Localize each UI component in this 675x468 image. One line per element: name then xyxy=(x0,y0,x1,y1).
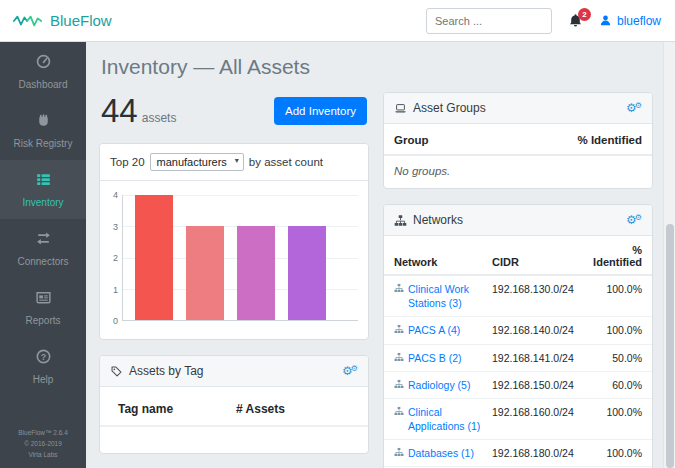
y-axis-tick: 3 xyxy=(113,222,118,232)
brand[interactable]: BlueFlow xyxy=(0,12,112,29)
chart-bar xyxy=(237,226,275,320)
networks-table-body: Clinical Work Stations (3) 192.168.130.0… xyxy=(384,276,652,468)
main-content: Inventory — All Assets 44assets Add Inve… xyxy=(86,42,663,468)
networks-card: Networks ⚙⚙ Network CIDR % Identified Cl… xyxy=(383,204,653,468)
scrollbar-thumb[interactable] xyxy=(666,224,674,468)
network-identified: 50.0% xyxy=(586,351,642,365)
network-link[interactable]: Clinical Applications (1) xyxy=(408,405,488,433)
chart-bar xyxy=(288,226,326,320)
chart-plot-area xyxy=(122,195,358,321)
notifications-bell-icon[interactable]: 2 xyxy=(568,13,583,28)
network-link[interactable]: PACS B (2) xyxy=(408,351,461,365)
search-input[interactable] xyxy=(426,8,552,34)
svg-text:?: ? xyxy=(40,352,46,362)
help-question-icon: ? xyxy=(35,348,52,368)
sitemap-icon xyxy=(394,214,407,227)
settings-gears-icon[interactable]: ⚙⚙ xyxy=(626,214,642,226)
networks-header: Networks ⚙⚙ xyxy=(384,205,652,236)
table-row: Databases (1) 192.168.180.0/24 100.0% xyxy=(384,440,652,467)
groups-table-header: Group % Identified xyxy=(384,124,652,156)
sidebar-item-reports[interactable]: Reports xyxy=(0,278,86,337)
column-header-identified: % Identified xyxy=(586,244,642,268)
settings-gears-icon[interactable]: ⚙⚙ xyxy=(342,365,358,377)
network-cidr: 192.168.150.0/24 xyxy=(492,378,586,392)
asset-count-label: assets xyxy=(142,111,177,125)
sidebar-item-label: Reports xyxy=(25,315,60,327)
network-cidr: 192.168.180.0/24 xyxy=(492,446,586,460)
asset-groups-card: Asset Groups ⚙⚙ Group % Identified No gr… xyxy=(383,92,653,189)
tags-empty-body xyxy=(100,427,368,453)
network-link[interactable]: Databases (1) xyxy=(408,446,474,460)
network-node-icon xyxy=(394,447,404,457)
chart-metric-select[interactable]: manufacturers ▾ xyxy=(150,153,244,171)
chart-metric-value: manufacturers xyxy=(157,156,227,168)
network-node-icon xyxy=(394,352,404,362)
network-link[interactable]: Radiology (5) xyxy=(408,378,470,392)
table-row: Clinical Applications (1) 192.168.160.0/… xyxy=(384,399,652,440)
y-axis-tick: 2 xyxy=(113,253,118,263)
bar-chart: 4 3 2 1 0 xyxy=(100,181,368,339)
sidebar: Dashboard Risk Registry Inventory xyxy=(0,42,86,468)
settings-gears-icon[interactable]: ⚙⚙ xyxy=(626,102,642,114)
sidebar-item-label: Inventory xyxy=(22,197,63,209)
table-row: Clinical Work Stations (3) 192.168.130.0… xyxy=(384,276,652,317)
asset-count-number: 44 xyxy=(101,92,138,129)
table-row: PACS B (2) 192.168.141.0/24 50.0% xyxy=(384,345,652,372)
network-node-icon xyxy=(394,379,404,389)
sidebar-item-connectors[interactable]: Connectors xyxy=(0,219,86,278)
network-cidr: 192.168.130.0/24 xyxy=(492,282,586,296)
sidebar-footer: BlueFlow™ 2.6.4 © 2016-2019 Virta Labs xyxy=(0,427,86,460)
column-header-group: Group xyxy=(394,134,429,146)
network-cidr: 192.168.140.0/24 xyxy=(492,323,586,337)
card-title: Networks xyxy=(413,213,463,227)
network-identified: 100.0% xyxy=(586,323,642,337)
laptop-icon xyxy=(394,102,407,115)
sidebar-item-help[interactable]: ? Help xyxy=(0,337,86,396)
user-menu[interactable]: blueflow xyxy=(599,14,661,28)
username-label: blueflow xyxy=(617,14,661,28)
sidebar-item-inventory[interactable]: Inventory xyxy=(0,160,86,219)
topbar: BlueFlow 2 blueflow xyxy=(0,0,675,42)
networks-table-header: Network CIDR % Identified xyxy=(384,236,652,276)
brand-name: BlueFlow xyxy=(50,12,112,29)
exchange-arrows-icon xyxy=(35,230,52,250)
asset-groups-header: Asset Groups ⚙⚙ xyxy=(384,93,652,124)
table-row: PACS A (4) 192.168.140.0/24 100.0% xyxy=(384,317,652,344)
top-manufacturers-card: Top 20 manufacturers ▾ by asset count 4 … xyxy=(99,143,369,340)
tags-table-header: Tag name # Assets xyxy=(100,387,368,427)
dashboard-gauge-icon xyxy=(35,53,52,73)
sidebar-item-label: Dashboard xyxy=(19,79,68,91)
card-title: Asset Groups xyxy=(413,101,486,115)
chart-bar xyxy=(135,195,173,320)
network-link[interactable]: Clinical Work Stations (3) xyxy=(408,282,488,310)
network-cidr: 192.168.141.0/24 xyxy=(492,351,586,365)
network-node-icon xyxy=(394,283,404,293)
y-axis-tick: 1 xyxy=(113,285,118,295)
asset-count: 44assets xyxy=(101,92,176,130)
chart-y-axis: 4 3 2 1 0 xyxy=(106,195,122,321)
tag-icon xyxy=(110,365,123,378)
network-link[interactable]: PACS A (4) xyxy=(408,323,460,337)
sidebar-item-label: Connectors xyxy=(17,256,68,268)
vertical-scrollbar[interactable] xyxy=(663,42,675,468)
assets-by-tag-header: Assets by Tag ⚙⚙ xyxy=(100,356,368,387)
blueflow-logo-icon xyxy=(13,13,43,29)
fist-icon xyxy=(35,112,52,132)
assets-by-tag-card: Assets by Tag ⚙⚙ Tag name # Assets xyxy=(99,355,369,454)
network-identified: 100.0% xyxy=(586,282,642,296)
notification-count-badge: 2 xyxy=(578,8,591,21)
column-header-asset-count: # Assets xyxy=(236,402,285,416)
network-identified: 100.0% xyxy=(586,405,642,419)
network-identified: 60.0% xyxy=(586,378,642,392)
sidebar-item-dashboard[interactable]: Dashboard xyxy=(0,42,86,101)
chart-title-suffix: by asset count xyxy=(249,156,323,168)
groups-empty-message: No groups. xyxy=(384,156,652,188)
sidebar-item-risk-registry[interactable]: Risk Registry xyxy=(0,101,86,160)
column-header-tag-name: Tag name xyxy=(118,402,236,416)
add-inventory-button[interactable]: Add Inventory xyxy=(274,97,367,125)
y-axis-tick: 0 xyxy=(113,316,118,326)
network-node-icon xyxy=(394,406,404,416)
column-header-identified: % Identified xyxy=(577,134,642,146)
table-row: Radiology (5) 192.168.150.0/24 60.0% xyxy=(384,372,652,399)
y-axis-tick: 4 xyxy=(113,190,118,200)
